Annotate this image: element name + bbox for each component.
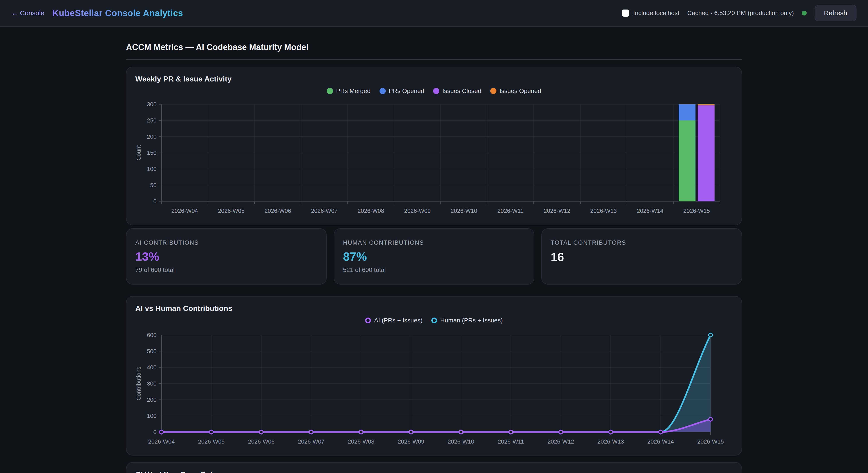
svg-text:2026-W06: 2026-W06 — [265, 208, 291, 214]
stat-card-total-contributors: TOTAL CONTRIBUTORS 16 — [541, 228, 742, 285]
stat-label: HUMAN CONTRIBUTIONS — [343, 240, 525, 246]
stat-value: 87% — [343, 250, 525, 262]
svg-text:2026-W07: 2026-W07 — [298, 438, 324, 445]
header-bar: ← Console KubeStellar Console Analytics … — [0, 0, 868, 27]
include-localhost-label: Include localhost — [633, 9, 679, 17]
ai-vs-human-legend: AI (PRs + Issues)Human (PRs + Issues) — [135, 315, 733, 326]
svg-text:100: 100 — [147, 166, 157, 172]
include-localhost-control: Include localhost — [622, 9, 679, 17]
svg-text:50: 50 — [150, 182, 157, 188]
svg-text:2026-W13: 2026-W13 — [597, 438, 624, 445]
legend-item[interactable]: PRs Merged — [327, 88, 371, 95]
legend-item[interactable]: AI (PRs + Issues) — [365, 317, 423, 324]
svg-text:2026-W15: 2026-W15 — [683, 208, 710, 214]
svg-text:400: 400 — [147, 364, 157, 371]
svg-text:0: 0 — [153, 198, 157, 204]
header-actions: Include localhost Cached · 6:53:20 PM (p… — [622, 5, 857, 21]
legend-item[interactable]: Issues Opened — [490, 88, 541, 95]
svg-text:2026-W10: 2026-W10 — [448, 438, 474, 445]
legend-swatch — [365, 318, 371, 323]
stat-value: 16 — [551, 251, 733, 263]
stat-label: TOTAL CONTRIBUTORS — [551, 240, 733, 246]
section-divider — [126, 59, 742, 60]
svg-text:2026-W14: 2026-W14 — [647, 438, 674, 445]
svg-text:2026-W09: 2026-W09 — [398, 438, 424, 445]
weekly-activity-legend: PRs MergedPRs OpenedIssues ClosedIssues … — [135, 85, 733, 97]
svg-text:250: 250 — [147, 117, 157, 124]
legend-item[interactable]: Issues Closed — [433, 88, 482, 95]
ai-vs-human-panel: AI vs Human Contributions AI (PRs + Issu… — [126, 296, 742, 455]
legend-label: AI (PRs + Issues) — [374, 317, 423, 324]
legend-item[interactable]: Human (PRs + Issues) — [431, 317, 503, 324]
svg-text:300: 300 — [147, 101, 157, 107]
svg-text:2026-W04: 2026-W04 — [148, 438, 175, 445]
svg-text:Count: Count — [135, 145, 142, 161]
weekly-activity-title: Weekly PR & Issue Activity — [135, 75, 733, 84]
main-content: ACCM Metrics — AI Codebase Maturity Mode… — [126, 27, 742, 473]
stat-subtext — [551, 267, 733, 274]
ci-pass-rates-title: CI Workflow Pass Rates — [135, 470, 733, 473]
svg-text:2026-W13: 2026-W13 — [590, 208, 617, 214]
legend-swatch — [490, 88, 496, 94]
svg-text:200: 200 — [147, 133, 157, 140]
stat-subtext: 79 of 600 total — [135, 266, 317, 274]
svg-text:2026-W15: 2026-W15 — [697, 438, 724, 445]
svg-text:2026-W05: 2026-W05 — [218, 208, 244, 214]
legend-swatch — [433, 88, 439, 94]
legend-label: Human (PRs + Issues) — [440, 317, 503, 324]
weekly-activity-panel: Weekly PR & Issue Activity PRs MergedPRs… — [126, 67, 742, 225]
app-title: KubeStellar Console Analytics — [52, 8, 183, 18]
legend-item[interactable]: PRs Opened — [379, 88, 424, 95]
refresh-button[interactable]: Refresh — [815, 5, 857, 21]
legend-label: PRs Merged — [336, 88, 371, 95]
back-to-console-link[interactable]: ← Console — [11, 9, 44, 17]
legend-label: Issues Opened — [500, 88, 541, 95]
svg-text:2026-W10: 2026-W10 — [451, 208, 477, 214]
svg-text:300: 300 — [147, 380, 157, 387]
svg-text:Contributions: Contributions — [135, 367, 142, 400]
stat-cards-row: AI CONTRIBUTIONS 13% 79 of 600 total HUM… — [126, 228, 742, 285]
cache-status-text: Cached · 6:53:20 PM (production only) — [687, 9, 794, 17]
svg-text:2026-W04: 2026-W04 — [172, 208, 198, 214]
svg-text:150: 150 — [147, 150, 157, 156]
svg-text:2026-W11: 2026-W11 — [498, 438, 524, 445]
svg-text:2026-W12: 2026-W12 — [548, 438, 574, 445]
svg-text:500: 500 — [147, 348, 157, 354]
svg-text:2026-W05: 2026-W05 — [198, 438, 224, 445]
include-localhost-checkbox[interactable] — [622, 9, 629, 17]
ai-vs-human-chart: 0100200300400500600Contributions2026-W04… — [135, 326, 734, 449]
svg-text:2026-W06: 2026-W06 — [248, 438, 275, 445]
status-dot — [802, 11, 807, 15]
svg-text:2026-W08: 2026-W08 — [358, 208, 384, 214]
svg-text:2026-W09: 2026-W09 — [404, 208, 431, 214]
page-title: ACCM Metrics — AI Codebase Maturity Mode… — [126, 42, 742, 52]
svg-text:2026-W08: 2026-W08 — [348, 438, 374, 445]
svg-text:200: 200 — [147, 397, 157, 403]
stat-card-human-contributions: HUMAN CONTRIBUTIONS 87% 521 of 600 total — [334, 228, 534, 285]
stat-label: AI CONTRIBUTIONS — [135, 240, 317, 246]
legend-label: PRs Opened — [389, 88, 424, 95]
legend-label: Issues Closed — [442, 88, 482, 95]
legend-swatch — [431, 318, 437, 323]
legend-swatch — [327, 88, 333, 94]
ai-vs-human-title: AI vs Human Contributions — [135, 304, 733, 314]
svg-text:2026-W14: 2026-W14 — [637, 208, 663, 214]
svg-text:2026-W07: 2026-W07 — [311, 208, 338, 214]
svg-text:100: 100 — [147, 413, 157, 419]
svg-text:0: 0 — [153, 429, 157, 435]
svg-text:600: 600 — [147, 332, 157, 338]
stat-subtext: 521 of 600 total — [343, 266, 525, 274]
stat-value: 13% — [135, 250, 317, 262]
svg-text:2026-W11: 2026-W11 — [497, 208, 523, 214]
ci-pass-rates-panel: CI Workflow Pass Rates — [126, 462, 742, 473]
svg-text:2026-W12: 2026-W12 — [544, 208, 570, 214]
legend-swatch — [379, 88, 386, 94]
weekly-activity-chart: 050100150200250300Count2026-W042026-W052… — [135, 97, 734, 219]
stat-card-ai-contributions: AI CONTRIBUTIONS 13% 79 of 600 total — [126, 228, 327, 285]
